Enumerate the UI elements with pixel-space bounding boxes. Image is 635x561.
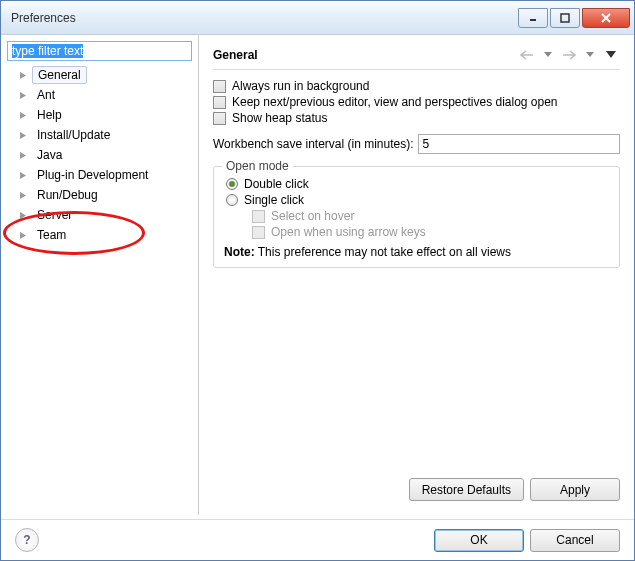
apply-button[interactable]: Apply [530,478,620,501]
tree-label: Server [32,207,77,223]
checkbox-label: Keep next/previous editor, view and pers… [232,95,558,109]
maximize-button[interactable] [550,8,580,28]
checkbox-keepnext[interactable]: Keep next/previous editor, view and pers… [213,95,620,109]
checkbox-icon[interactable] [213,112,226,125]
tree-item-server[interactable]: Server [7,205,192,225]
expander-icon[interactable] [19,111,28,120]
svg-marker-13 [544,52,552,57]
radio-double[interactable]: Double click [224,177,609,191]
tree-item-java[interactable]: Java [7,145,192,165]
tree-label: Run/Debug [32,187,103,203]
tree-item-team[interactable]: Team [7,225,192,245]
svg-marker-6 [20,112,26,119]
note-text: Note: This preference may not take effec… [224,245,609,259]
checkbox-icon [252,210,265,223]
tree-label: Install/Update [32,127,115,143]
checkbox-label: Show heap status [232,111,327,125]
expander-icon[interactable] [19,191,28,200]
tree-label: General [32,66,87,84]
divider [213,69,620,70]
tree-label: Java [32,147,67,163]
sidebar: General Ant Help Install/Update Java [1,35,199,515]
openmode-group: Open mode Double click Single click Sele… [213,166,620,268]
expander-icon[interactable] [19,91,28,100]
checkbox-arrow: Open when using arrow keys [252,225,609,239]
minimize-button[interactable] [518,8,548,28]
page-buttons: Restore Defaults Apply [213,478,620,501]
svg-marker-8 [20,152,26,159]
tree-item-plugin[interactable]: Plug-in Development [7,165,192,185]
tree: General Ant Help Install/Update Java [7,65,192,245]
expander-icon[interactable] [19,171,28,180]
radio-single[interactable]: Single click [224,193,609,207]
svg-marker-4 [20,72,26,79]
checkbox-runbg[interactable]: Always run in background [213,79,620,93]
save-interval-input[interactable] [418,134,620,154]
checkbox-icon [252,226,265,239]
tree-item-rundebug[interactable]: Run/Debug [7,185,192,205]
question-icon: ? [23,533,30,547]
window-title: Preferences [11,11,518,25]
back-icon[interactable] [518,46,536,64]
forward-icon[interactable] [560,46,578,64]
tree-label: Help [32,107,67,123]
checkbox-hover: Select on hover [252,209,609,223]
save-interval-label: Workbench save interval (in minutes): [213,137,414,151]
menu-dropdown-icon[interactable] [602,46,620,64]
spacer [213,268,620,478]
checkbox-label: Open when using arrow keys [271,225,426,239]
svg-marker-11 [20,212,26,219]
svg-marker-14 [586,52,594,57]
expander-icon[interactable] [19,231,28,240]
footer: ? OK Cancel [1,519,634,560]
note-body: This preference may not take effect on a… [255,245,511,259]
checkbox-icon[interactable] [213,96,226,109]
tree-item-general[interactable]: General [7,65,192,85]
radio-icon[interactable] [226,178,238,190]
dropdown-icon[interactable] [539,46,557,64]
close-button[interactable] [582,8,630,28]
svg-marker-7 [20,132,26,139]
group-legend: Open mode [222,159,293,173]
expander-icon[interactable] [19,131,28,140]
svg-rect-1 [561,14,569,22]
svg-marker-9 [20,172,26,179]
tree-label: Ant [32,87,60,103]
preferences-dialog: Preferences General Ant Help [0,0,635,561]
main-pane: General Always run in background Keep ne… [199,35,634,515]
save-interval-row: Workbench save interval (in minutes): [213,134,620,154]
toolbar [518,46,620,64]
restore-defaults-button[interactable]: Restore Defaults [409,478,524,501]
page-title: General [213,48,518,62]
checkbox-label: Always run in background [232,79,369,93]
expander-icon[interactable] [19,151,28,160]
help-button[interactable]: ? [15,528,39,552]
dropdown-icon[interactable] [581,46,599,64]
cancel-button[interactable]: Cancel [530,529,620,552]
tree-item-ant[interactable]: Ant [7,85,192,105]
tree-label: Team [32,227,71,243]
checkbox-showheap[interactable]: Show heap status [213,111,620,125]
svg-marker-5 [20,92,26,99]
titlebar: Preferences [1,1,634,35]
ok-button[interactable]: OK [434,529,524,552]
tree-label: Plug-in Development [32,167,153,183]
content-area: General Ant Help Install/Update Java [1,35,634,515]
tree-item-help[interactable]: Help [7,105,192,125]
expander-icon[interactable] [19,211,28,220]
checkbox-label: Select on hover [271,209,354,223]
expander-icon[interactable] [19,71,28,80]
svg-marker-15 [606,51,616,58]
tree-item-install[interactable]: Install/Update [7,125,192,145]
radio-label: Single click [244,193,304,207]
radio-label: Double click [244,177,309,191]
pane-header: General [213,43,620,67]
filter-input[interactable] [7,41,192,61]
note-label: Note: [224,245,255,259]
window-buttons [518,8,630,28]
radio-icon[interactable] [226,194,238,206]
checkbox-icon[interactable] [213,80,226,93]
svg-marker-12 [20,232,26,239]
dialog-buttons: OK Cancel [434,529,620,552]
svg-marker-10 [20,192,26,199]
